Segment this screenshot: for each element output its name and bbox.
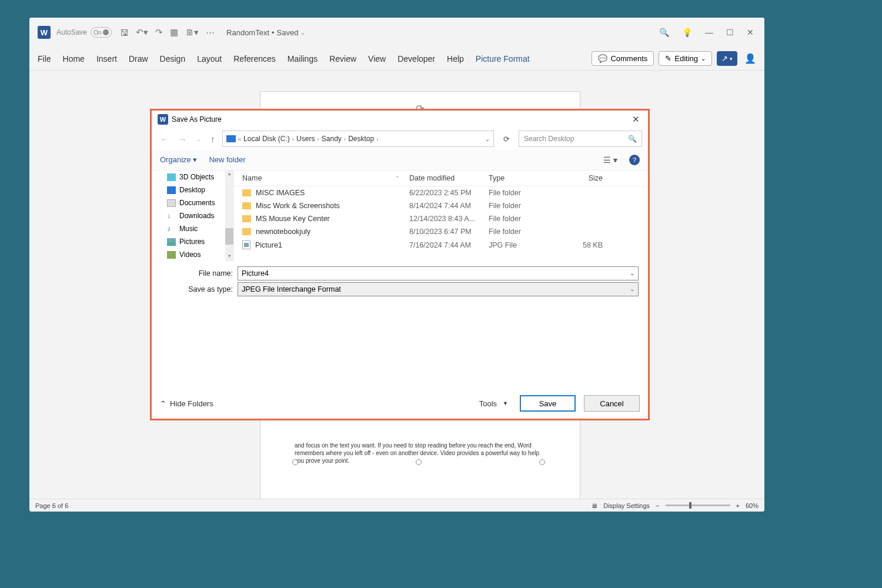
comment-icon: 💬: [598, 54, 607, 63]
redo-icon[interactable]: ↷: [155, 27, 163, 38]
selection-handle[interactable]: [292, 459, 298, 465]
document-title[interactable]: RandomText • Saved ⌄: [226, 28, 305, 37]
col-date-header[interactable]: Date modified: [405, 174, 484, 182]
cancel-button[interactable]: Cancel: [584, 395, 640, 412]
column-headers[interactable]: Name⌃ Date modified Type Size: [234, 171, 648, 186]
search-icon[interactable]: 🔍: [659, 28, 669, 37]
selection-handle[interactable]: [416, 459, 422, 465]
breadcrumb-part[interactable]: Users: [296, 135, 315, 143]
drive-icon: [226, 135, 236, 142]
save-type-select[interactable]: JPEG File Interchange Format⌄: [238, 282, 639, 296]
tree-label: Videos: [179, 250, 201, 259]
undo-icon[interactable]: ↶▾: [136, 27, 148, 38]
tab-insert[interactable]: Insert: [96, 54, 117, 64]
tools-button[interactable]: Tools▼: [476, 399, 512, 408]
share-button[interactable]: ↗▾: [717, 51, 737, 66]
nav-up-icon[interactable]: ↑: [208, 134, 218, 144]
tab-view[interactable]: View: [368, 54, 386, 64]
table-icon[interactable]: ▦: [170, 27, 178, 38]
doc-icon[interactable]: 🗎▾: [185, 27, 199, 38]
statusbar: Page 6 of 6 🖥 Display Settings − + 60%: [29, 499, 764, 512]
tab-file[interactable]: File: [38, 54, 51, 64]
nav-forward-icon[interactable]: →: [176, 134, 189, 144]
tree-item[interactable]: Documents: [152, 196, 233, 209]
breadcrumb-part[interactable]: Sandy: [322, 135, 342, 143]
file-name-input[interactable]: Picture4⌄: [238, 266, 639, 280]
tree-item[interactable]: 3D Objects: [152, 171, 233, 183]
comments-button[interactable]: 💬Comments: [592, 51, 654, 66]
breadcrumb-part[interactable]: Desktop: [348, 135, 374, 143]
tree-item[interactable]: ↓Downloads: [152, 209, 233, 222]
breadcrumb-part[interactable]: Local Disk (C:): [243, 135, 290, 143]
file-row[interactable]: Picture17/16/2024 7:44 AMJPG File58 KB: [234, 238, 648, 252]
tree-label: Music: [179, 225, 198, 233]
tab-developer[interactable]: Developer: [397, 54, 435, 64]
chevron-down-icon[interactable]: ⌄: [630, 270, 634, 276]
tree-icon: [167, 173, 176, 181]
file-icon: [242, 240, 250, 249]
new-folder-button[interactable]: New folder: [209, 155, 245, 164]
tree-item[interactable]: ♪Music: [152, 222, 233, 235]
file-row[interactable]: MISC IMAGES6/22/2023 2:45 PMFile folder: [234, 186, 648, 199]
resize-grip-icon[interactable]: ⋰: [640, 413, 646, 416]
account-icon[interactable]: 👤: [744, 53, 756, 64]
help-icon[interactable]: ?: [629, 155, 640, 165]
tree-icon: [167, 199, 176, 207]
qat-overflow-icon[interactable]: ⋯: [206, 27, 215, 38]
zoom-in-icon[interactable]: +: [736, 502, 740, 509]
tree-label: Desktop: [179, 186, 205, 194]
hide-folders-button[interactable]: ⌃Hide Folders: [160, 399, 213, 408]
breadcrumb[interactable]: « Local Disk (C:)› Users› Sandy› Desktop…: [222, 131, 495, 147]
nav-recent-icon[interactable]: ⌄: [194, 136, 203, 142]
nav-back-icon[interactable]: ←: [158, 134, 171, 144]
tab-home[interactable]: Home: [63, 54, 85, 64]
zoom-slider[interactable]: [666, 505, 730, 506]
dialog-title: Save As Picture: [172, 115, 222, 123]
tab-layout[interactable]: Layout: [197, 54, 222, 64]
col-name-header[interactable]: Name: [242, 174, 262, 182]
col-size-header[interactable]: Size: [560, 174, 607, 182]
word-app-icon: W: [38, 26, 51, 39]
tab-help[interactable]: Help: [447, 54, 464, 64]
tree-label: Downloads: [179, 212, 214, 220]
close-window-icon[interactable]: ✕: [747, 28, 754, 37]
zoom-level[interactable]: 60%: [746, 502, 759, 509]
tab-design[interactable]: Design: [160, 54, 186, 64]
tab-review[interactable]: Review: [329, 54, 356, 64]
tab-mailings[interactable]: Mailings: [288, 54, 318, 64]
display-settings-icon[interactable]: 🖥: [591, 502, 597, 509]
tree-label: Documents: [179, 199, 215, 207]
dialog-bottom: ⌃Hide Folders Tools▼ Save Cancel: [152, 389, 648, 419]
zoom-out-icon[interactable]: −: [656, 502, 659, 509]
tree-item[interactable]: Videos: [152, 248, 233, 261]
file-row[interactable]: newnotebookjuly8/10/2023 6:47 PMFile fol…: [234, 225, 648, 238]
save-button[interactable]: Save: [520, 395, 576, 412]
maximize-icon[interactable]: ☐: [726, 28, 734, 37]
chevron-down-icon[interactable]: ⌄: [630, 286, 634, 292]
tree-scrollbar[interactable]: ▴ ▾: [225, 171, 233, 261]
organize-button[interactable]: Organize ▾: [160, 155, 197, 164]
col-type-header[interactable]: Type: [484, 174, 560, 182]
file-row[interactable]: MS Mouse Key Center12/14/2023 8:43 A...F…: [234, 212, 648, 225]
autosave-toggle[interactable]: AutoSave On: [56, 27, 112, 38]
view-options-icon[interactable]: ☰ ▾: [603, 155, 617, 165]
tree-item[interactable]: Pictures: [152, 235, 233, 248]
save-icon[interactable]: 🖫: [120, 28, 129, 38]
display-settings-button[interactable]: Display Settings: [603, 502, 650, 509]
selection-handle[interactable]: [539, 459, 545, 465]
file-row[interactable]: Misc Work & Screenshots8/14/2024 7:44 AM…: [234, 199, 648, 212]
folder-icon: [242, 228, 251, 235]
search-input[interactable]: Search Desktop 🔍: [519, 131, 642, 147]
tree-item[interactable]: Desktop: [152, 183, 233, 196]
page-indicator[interactable]: Page 6 of 6: [35, 502, 68, 509]
minimize-icon[interactable]: —: [705, 28, 713, 37]
editing-button[interactable]: ✎Editing⌄: [659, 51, 712, 66]
tree-icon: [167, 238, 176, 246]
tab-draw[interactable]: Draw: [129, 54, 148, 64]
pencil-icon: ✎: [665, 54, 671, 63]
hint-bulb-icon[interactable]: 💡: [682, 28, 692, 37]
refresh-icon[interactable]: ⟳: [499, 131, 514, 147]
tab-references[interactable]: References: [233, 54, 276, 64]
close-icon[interactable]: ✕: [629, 114, 643, 125]
tab-picture-format[interactable]: Picture Format: [476, 54, 530, 64]
